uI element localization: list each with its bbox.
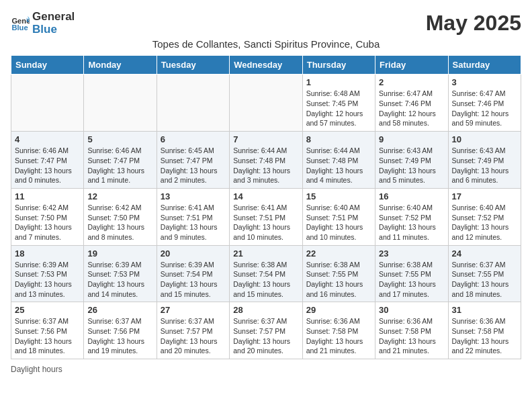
- calendar-footer: Daylight hours: [11, 365, 521, 374]
- calendar-cell: 18Sunrise: 6:39 AM Sunset: 7:53 PM Dayli…: [11, 245, 84, 302]
- calendar-cell: 6Sunrise: 6:45 AM Sunset: 7:47 PM Daylig…: [157, 132, 229, 189]
- calendar-cell: 1Sunrise: 6:48 AM Sunset: 7:45 PM Daylig…: [302, 75, 375, 132]
- page-header: General Blue General Blue May 2025: [11, 11, 521, 36]
- day-info: Sunrise: 6:37 AM Sunset: 7:57 PM Dayligh…: [233, 317, 290, 355]
- day-number: 24: [452, 248, 517, 259]
- day-info: Sunrise: 6:44 AM Sunset: 7:48 PM Dayligh…: [233, 146, 290, 184]
- calendar-cell: 24Sunrise: 6:37 AM Sunset: 7:55 PM Dayli…: [448, 245, 521, 302]
- day-number: 14: [233, 191, 298, 201]
- day-info: Sunrise: 6:36 AM Sunset: 7:58 PM Dayligh…: [452, 317, 509, 355]
- day-info: Sunrise: 6:38 AM Sunset: 7:55 PM Dayligh…: [306, 261, 363, 298]
- calendar-cell: 14Sunrise: 6:41 AM Sunset: 7:51 PM Dayli…: [230, 188, 302, 245]
- day-info: Sunrise: 6:36 AM Sunset: 7:58 PM Dayligh…: [379, 317, 436, 355]
- calendar-cell: 5Sunrise: 6:46 AM Sunset: 7:47 PM Daylig…: [84, 132, 157, 189]
- day-number: 26: [87, 305, 152, 315]
- day-info: Sunrise: 6:40 AM Sunset: 7:51 PM Dayligh…: [306, 203, 363, 241]
- day-info: Sunrise: 6:42 AM Sunset: 7:50 PM Dayligh…: [15, 203, 72, 241]
- day-number: 28: [233, 305, 298, 315]
- calendar-cell: 21Sunrise: 6:38 AM Sunset: 7:54 PM Dayli…: [230, 245, 302, 302]
- day-number: 12: [87, 191, 152, 201]
- day-info: Sunrise: 6:47 AM Sunset: 7:46 PM Dayligh…: [452, 89, 509, 127]
- day-number: 8: [306, 134, 371, 144]
- calendar-cell: 12Sunrise: 6:42 AM Sunset: 7:50 PM Dayli…: [84, 188, 157, 245]
- day-info: Sunrise: 6:37 AM Sunset: 7:56 PM Dayligh…: [15, 317, 72, 355]
- day-info: Sunrise: 6:42 AM Sunset: 7:50 PM Dayligh…: [87, 203, 144, 241]
- calendar-week-4: 18Sunrise: 6:39 AM Sunset: 7:53 PM Dayli…: [11, 245, 521, 302]
- calendar-cell: 22Sunrise: 6:38 AM Sunset: 7:55 PM Dayli…: [302, 245, 375, 302]
- day-info: Sunrise: 6:37 AM Sunset: 7:57 PM Dayligh…: [161, 317, 218, 355]
- calendar-cell: 23Sunrise: 6:38 AM Sunset: 7:55 PM Dayli…: [375, 245, 448, 302]
- day-number: 22: [306, 248, 371, 259]
- day-info: Sunrise: 6:43 AM Sunset: 7:49 PM Dayligh…: [452, 146, 509, 184]
- daylight-label: Daylight hours: [11, 365, 62, 374]
- day-number: 23: [379, 248, 444, 259]
- calendar-table: SundayMondayTuesdayWednesdayThursdayFrid…: [11, 55, 521, 359]
- day-header-monday: Monday: [84, 56, 157, 75]
- day-number: 6: [161, 134, 226, 144]
- logo-blue-text: Blue: [32, 24, 75, 36]
- day-info: Sunrise: 6:38 AM Sunset: 7:55 PM Dayligh…: [379, 261, 436, 298]
- calendar-cell: [157, 75, 229, 132]
- month-title: May 2025: [426, 11, 521, 36]
- calendar-cell: 16Sunrise: 6:40 AM Sunset: 7:52 PM Dayli…: [375, 188, 448, 245]
- day-number: 17: [452, 191, 517, 201]
- day-number: 20: [161, 248, 226, 259]
- day-header-saturday: Saturday: [448, 56, 521, 75]
- calendar-week-1: 1Sunrise: 6:48 AM Sunset: 7:45 PM Daylig…: [11, 75, 521, 132]
- calendar-cell: 20Sunrise: 6:39 AM Sunset: 7:54 PM Dayli…: [157, 245, 229, 302]
- calendar-cell: 15Sunrise: 6:40 AM Sunset: 7:51 PM Dayli…: [302, 188, 375, 245]
- calendar-week-5: 25Sunrise: 6:37 AM Sunset: 7:56 PM Dayli…: [11, 302, 521, 359]
- day-info: Sunrise: 6:36 AM Sunset: 7:58 PM Dayligh…: [306, 317, 363, 355]
- day-number: 25: [15, 305, 80, 315]
- day-info: Sunrise: 6:40 AM Sunset: 7:52 PM Dayligh…: [452, 203, 509, 241]
- day-number: 7: [233, 134, 298, 144]
- day-number: 13: [161, 191, 226, 201]
- calendar-cell: 17Sunrise: 6:40 AM Sunset: 7:52 PM Dayli…: [448, 188, 521, 245]
- day-info: Sunrise: 6:41 AM Sunset: 7:51 PM Dayligh…: [233, 203, 290, 241]
- calendar-cell: 31Sunrise: 6:36 AM Sunset: 7:58 PM Dayli…: [448, 302, 521, 359]
- day-number: 31: [452, 305, 517, 315]
- day-info: Sunrise: 6:48 AM Sunset: 7:45 PM Dayligh…: [306, 89, 363, 127]
- calendar-cell: 26Sunrise: 6:37 AM Sunset: 7:56 PM Dayli…: [84, 302, 157, 359]
- calendar-cell: 25Sunrise: 6:37 AM Sunset: 7:56 PM Dayli…: [11, 302, 84, 359]
- calendar-cell: 19Sunrise: 6:39 AM Sunset: 7:53 PM Dayli…: [84, 245, 157, 302]
- day-number: 1: [306, 77, 371, 87]
- calendar-week-2: 4Sunrise: 6:46 AM Sunset: 7:47 PM Daylig…: [11, 132, 521, 189]
- day-info: Sunrise: 6:38 AM Sunset: 7:54 PM Dayligh…: [233, 261, 290, 298]
- location-title: Topes de Collantes, Sancti Spiritus Prov…: [11, 38, 521, 50]
- calendar-cell: 9Sunrise: 6:43 AM Sunset: 7:49 PM Daylig…: [375, 132, 448, 189]
- day-info: Sunrise: 6:40 AM Sunset: 7:52 PM Dayligh…: [379, 203, 436, 241]
- day-number: 11: [15, 191, 80, 201]
- day-header-friday: Friday: [375, 56, 448, 75]
- day-info: Sunrise: 6:37 AM Sunset: 7:55 PM Dayligh…: [452, 261, 509, 298]
- calendar-cell: 27Sunrise: 6:37 AM Sunset: 7:57 PM Dayli…: [157, 302, 229, 359]
- day-number: 21: [233, 248, 298, 259]
- day-info: Sunrise: 6:46 AM Sunset: 7:47 PM Dayligh…: [15, 146, 72, 184]
- calendar-week-3: 11Sunrise: 6:42 AM Sunset: 7:50 PM Dayli…: [11, 188, 521, 245]
- day-number: 16: [379, 191, 444, 201]
- calendar-cell: 7Sunrise: 6:44 AM Sunset: 7:48 PM Daylig…: [230, 132, 302, 189]
- calendar-cell: 13Sunrise: 6:41 AM Sunset: 7:51 PM Dayli…: [157, 188, 229, 245]
- day-info: Sunrise: 6:45 AM Sunset: 7:47 PM Dayligh…: [161, 146, 218, 184]
- logo: General Blue General Blue: [11, 11, 75, 36]
- calendar-cell: 8Sunrise: 6:44 AM Sunset: 7:48 PM Daylig…: [302, 132, 375, 189]
- day-number: 10: [452, 134, 517, 144]
- day-number: 29: [306, 305, 371, 315]
- calendar-cell: 3Sunrise: 6:47 AM Sunset: 7:46 PM Daylig…: [448, 75, 521, 132]
- calendar-cell: [11, 75, 84, 132]
- day-info: Sunrise: 6:44 AM Sunset: 7:48 PM Dayligh…: [306, 146, 363, 184]
- calendar-cell: 30Sunrise: 6:36 AM Sunset: 7:58 PM Dayli…: [375, 302, 448, 359]
- logo-general-text: General: [32, 11, 75, 24]
- day-number: 4: [15, 134, 80, 144]
- day-info: Sunrise: 6:39 AM Sunset: 7:54 PM Dayligh…: [161, 261, 218, 298]
- day-number: 9: [379, 134, 444, 144]
- calendar-cell: 4Sunrise: 6:46 AM Sunset: 7:47 PM Daylig…: [11, 132, 84, 189]
- day-number: 18: [15, 248, 80, 259]
- day-header-thursday: Thursday: [302, 56, 375, 75]
- day-number: 15: [306, 191, 371, 201]
- day-number: 2: [379, 77, 444, 87]
- calendar-cell: 2Sunrise: 6:47 AM Sunset: 7:46 PM Daylig…: [375, 75, 448, 132]
- svg-text:Blue: Blue: [11, 23, 28, 31]
- day-info: Sunrise: 6:41 AM Sunset: 7:51 PM Dayligh…: [161, 203, 218, 241]
- day-number: 5: [87, 134, 152, 144]
